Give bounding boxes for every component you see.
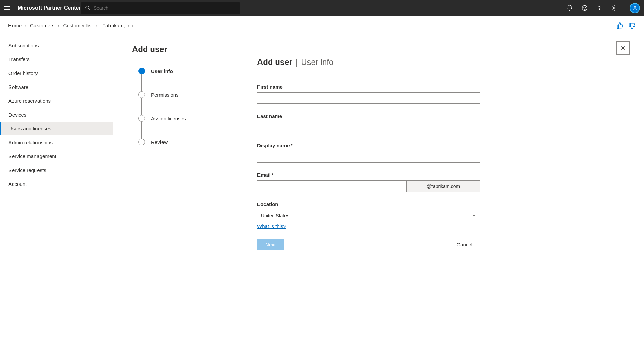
- svg-point-0: [85, 6, 89, 9]
- step-label: User info: [151, 68, 173, 74]
- sidebar-item-azure-reservations[interactable]: Azure reservations: [0, 94, 113, 108]
- settings-gear-icon[interactable]: [611, 5, 618, 11]
- step-review[interactable]: Review: [132, 139, 250, 145]
- breadcrumb: Home › Customers › Customer list › Fabri…: [8, 23, 134, 28]
- email-domain-suffix: @fabrikam.com: [406, 180, 480, 192]
- field-display-name: Display name: [257, 143, 480, 163]
- page-body: Subscriptions Transfers Order history So…: [0, 35, 644, 346]
- hamburger-menu-icon[interactable]: [4, 4, 12, 12]
- main-content: Add user User info Permissions Assign li…: [113, 35, 644, 346]
- step-permissions[interactable]: Permissions: [132, 91, 250, 98]
- email-input[interactable]: [257, 180, 406, 192]
- form-panel: Add user | User info First name Last nam…: [257, 43, 480, 332]
- close-button[interactable]: [616, 41, 630, 55]
- breadcrumb-current: Fabrikam, Inc.: [102, 23, 134, 28]
- first-name-input[interactable]: [257, 92, 480, 104]
- chevron-right-icon: ›: [25, 23, 27, 28]
- feedback-smiley-icon[interactable]: [581, 5, 588, 11]
- step-dot-icon: [138, 139, 145, 145]
- step-assign-licenses[interactable]: Assign licenses: [132, 115, 250, 122]
- user-avatar[interactable]: [630, 3, 640, 13]
- field-first-name: First name: [257, 84, 480, 104]
- sidebar-item-software[interactable]: Software: [0, 80, 113, 94]
- breadcrumb-row: Home › Customers › Customer list › Fabri…: [0, 16, 644, 35]
- stepper: Add user User info Permissions Assign li…: [132, 43, 250, 332]
- top-bar: Microsoft Partner Center: [0, 0, 644, 16]
- display-name-input[interactable]: [257, 151, 480, 163]
- field-location: Location United States: [257, 201, 480, 221]
- location-select[interactable]: United States: [257, 210, 480, 221]
- step-connector: [141, 122, 142, 139]
- sidebar-item-devices[interactable]: Devices: [0, 108, 113, 122]
- breadcrumb-link[interactable]: Customers: [30, 23, 55, 28]
- sidebar-item-admin-relationships[interactable]: Admin relationships: [0, 135, 113, 149]
- cancel-button[interactable]: Cancel: [449, 239, 480, 250]
- form-title: Add user: [257, 57, 292, 67]
- notification-bell-icon[interactable]: [566, 5, 573, 11]
- sidebar-item-transfers[interactable]: Transfers: [0, 52, 113, 66]
- field-last-name: Last name: [257, 113, 480, 133]
- chevron-right-icon: ›: [96, 23, 98, 28]
- sidebar-item-service-requests[interactable]: Service requests: [0, 163, 113, 177]
- svg-point-7: [634, 6, 636, 8]
- svg-point-5: [599, 9, 599, 10]
- sidebar-item-account[interactable]: Account: [0, 177, 113, 191]
- step-connector: [141, 74, 142, 91]
- app-title: Microsoft Partner Center: [18, 5, 81, 11]
- sidebar-item-service-management[interactable]: Service management: [0, 149, 113, 163]
- svg-point-6: [614, 7, 615, 9]
- breadcrumb-link[interactable]: Home: [8, 23, 22, 28]
- sidebar-item-users-and-licenses[interactable]: Users and licenses: [0, 122, 113, 135]
- svg-line-1: [88, 9, 89, 10]
- form-actions: Next Cancel: [257, 239, 480, 250]
- close-icon: [620, 45, 626, 51]
- search-icon: [85, 5, 90, 11]
- last-name-label: Last name: [257, 113, 480, 119]
- stepper-title: Add user: [132, 45, 250, 54]
- step-label: Assign licenses: [151, 116, 186, 121]
- step-dot-icon: [138, 91, 145, 98]
- search-box[interactable]: [81, 2, 240, 14]
- last-name-input[interactable]: [257, 122, 480, 133]
- location-value: United States: [261, 213, 289, 218]
- search-input[interactable]: [94, 5, 236, 11]
- sidebar: Subscriptions Transfers Order history So…: [0, 35, 113, 346]
- location-label: Location: [257, 201, 480, 207]
- step-label: Review: [151, 139, 168, 145]
- thumbs-down-icon[interactable]: [628, 22, 636, 29]
- help-icon[interactable]: [596, 5, 603, 11]
- step-dot-icon: [138, 68, 145, 74]
- step-user-info[interactable]: User info: [132, 68, 250, 74]
- breadcrumb-link[interactable]: Customer list: [63, 23, 93, 28]
- step-connector: [141, 98, 142, 115]
- field-email: Email @fabrikam.com: [257, 172, 480, 192]
- step-label: Permissions: [151, 92, 179, 98]
- form-subtitle: User info: [301, 57, 333, 67]
- svg-point-2: [582, 6, 587, 11]
- form-divider: |: [296, 57, 298, 67]
- chevron-down-icon: [472, 213, 476, 218]
- topbar-icons: [566, 3, 640, 13]
- sidebar-item-subscriptions[interactable]: Subscriptions: [0, 39, 113, 52]
- sidebar-item-order-history[interactable]: Order history: [0, 66, 113, 80]
- form-heading: Add user | User info: [257, 57, 480, 67]
- svg-point-3: [584, 7, 584, 8]
- what-is-this-link[interactable]: What is this?: [257, 223, 286, 229]
- first-name-label: First name: [257, 84, 480, 90]
- step-dot-icon: [138, 115, 145, 122]
- email-label: Email: [257, 172, 480, 178]
- next-button[interactable]: Next: [257, 239, 284, 250]
- thumbs-up-icon[interactable]: [616, 22, 624, 29]
- display-name-label: Display name: [257, 143, 480, 148]
- svg-point-4: [585, 7, 586, 8]
- chevron-right-icon: ›: [58, 23, 60, 28]
